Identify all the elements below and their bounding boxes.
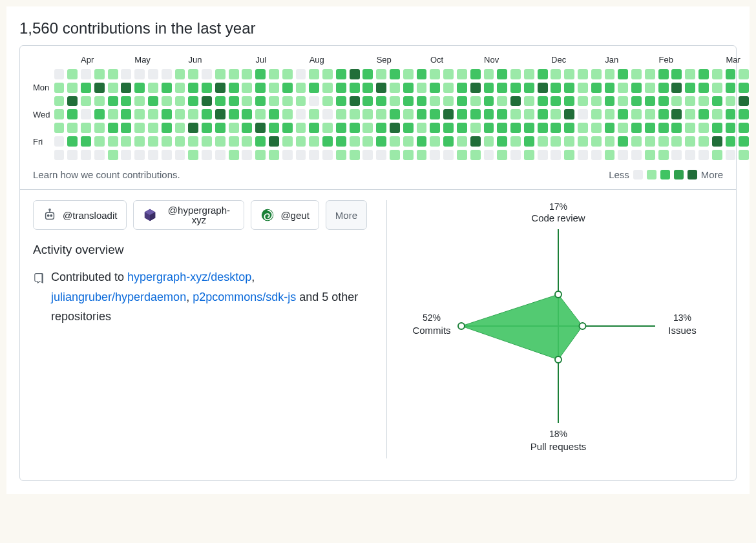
heatmap-cell[interactable] — [162, 109, 172, 119]
heatmap-cell[interactable] — [121, 150, 131, 160]
heatmap-cell[interactable] — [538, 150, 548, 160]
heatmap-cell[interactable] — [430, 136, 440, 147]
heatmap-cell[interactable] — [309, 96, 319, 107]
heatmap-cell[interactable] — [645, 136, 655, 147]
heatmap-cell[interactable] — [605, 150, 615, 160]
heatmap-cell[interactable] — [162, 83, 172, 93]
heatmap-cell[interactable] — [81, 136, 91, 147]
heatmap-cell[interactable] — [67, 136, 78, 147]
heatmap-cell[interactable] — [564, 109, 574, 119]
heatmap-cell[interactable] — [645, 150, 655, 160]
heatmap-cell[interactable] — [202, 96, 212, 107]
heatmap-cell[interactable] — [336, 96, 346, 107]
heatmap-cell[interactable] — [698, 69, 709, 79]
heatmap-cell[interactable] — [685, 83, 695, 93]
heatmap-cell[interactable] — [564, 123, 574, 133]
heatmap-cell[interactable] — [443, 136, 454, 147]
heatmap-cell[interactable] — [148, 150, 158, 160]
heatmap-cell[interactable] — [484, 150, 494, 160]
heatmap-cell[interactable] — [698, 109, 709, 119]
heatmap-cell[interactable] — [188, 69, 198, 79]
heatmap-cell[interactable] — [188, 136, 198, 147]
heatmap-cell[interactable] — [282, 136, 293, 147]
heatmap-cell[interactable] — [376, 136, 386, 147]
heatmap-cell[interactable] — [390, 150, 400, 160]
heatmap-cell[interactable] — [242, 69, 252, 79]
heatmap-cell[interactable] — [605, 83, 615, 93]
heatmap-cell[interactable] — [739, 136, 749, 147]
heatmap-cell[interactable] — [551, 123, 561, 133]
heatmap-cell[interactable] — [631, 83, 642, 93]
heatmap-cell[interactable] — [296, 109, 306, 119]
heatmap-cell[interactable] — [376, 123, 386, 133]
heatmap-cell[interactable] — [242, 150, 252, 160]
heatmap-cell[interactable] — [417, 136, 427, 147]
heatmap-cell[interactable] — [322, 136, 333, 147]
heatmap-cell[interactable] — [538, 83, 548, 93]
heatmap-cell[interactable] — [376, 109, 386, 119]
heatmap-cell[interactable] — [362, 109, 373, 119]
heatmap-cell[interactable] — [538, 96, 548, 107]
heatmap-cell[interactable] — [671, 96, 682, 107]
heatmap-cell[interactable] — [417, 109, 427, 119]
heatmap-cell[interactable] — [470, 150, 481, 160]
heatmap-cell[interactable] — [631, 96, 642, 107]
heatmap-cell[interactable] — [739, 83, 749, 93]
heatmap-cell[interactable] — [470, 136, 481, 147]
heatmap-cell[interactable] — [457, 123, 467, 133]
heatmap-cell[interactable] — [81, 109, 91, 119]
heatmap-cell[interactable] — [658, 96, 669, 107]
heatmap-cell[interactable] — [712, 96, 722, 107]
heatmap-cell[interactable] — [497, 150, 507, 160]
heatmap-cell[interactable] — [726, 136, 736, 147]
heatmap-cell[interactable] — [658, 123, 669, 133]
heatmap-cell[interactable] — [296, 96, 306, 107]
org-transloadit[interactable]: @transloadit — [33, 200, 127, 230]
heatmap-cell[interactable] — [524, 96, 534, 107]
heatmap-cell[interactable] — [631, 69, 642, 79]
heatmap-cell[interactable] — [484, 136, 494, 147]
heatmap-cell[interactable] — [726, 83, 736, 93]
repo-link-1[interactable]: juliangruber/hyperdaemon — [51, 291, 186, 303]
heatmap-cell[interactable] — [417, 123, 427, 133]
heatmap-cell[interactable] — [282, 83, 293, 93]
heatmap-cell[interactable] — [712, 69, 722, 79]
heatmap-cell[interactable] — [362, 123, 373, 133]
heatmap-cell[interactable] — [376, 69, 386, 79]
heatmap-cell[interactable] — [484, 123, 494, 133]
heatmap-cell[interactable] — [510, 123, 521, 133]
heatmap-cell[interactable] — [255, 136, 266, 147]
heatmap-cell[interactable] — [417, 150, 427, 160]
heatmap-cell[interactable] — [350, 109, 360, 119]
heatmap-cell[interactable] — [618, 136, 628, 147]
heatmap-cell[interactable] — [671, 150, 682, 160]
heatmap-cell[interactable] — [121, 83, 131, 93]
heatmap-cell[interactable] — [148, 123, 158, 133]
heatmap-cell[interactable] — [175, 136, 185, 147]
heatmap-cell[interactable] — [162, 150, 172, 160]
heatmap-cell[interactable] — [269, 136, 279, 147]
heatmap-cell[interactable] — [175, 96, 185, 107]
heatmap-cell[interactable] — [524, 123, 534, 133]
heatmap-cell[interactable] — [108, 96, 118, 107]
heatmap-cell[interactable] — [591, 123, 602, 133]
heatmap-cell[interactable] — [658, 136, 669, 147]
heatmap-cell[interactable] — [591, 136, 602, 147]
heatmap-cell[interactable] — [510, 150, 521, 160]
heatmap-cell[interactable] — [578, 83, 588, 93]
heatmap-cell[interactable] — [739, 109, 749, 119]
heatmap-cell[interactable] — [255, 69, 266, 79]
learn-contributions-link[interactable]: Learn how we count contributions. — [33, 169, 180, 180]
heatmap-cell[interactable] — [497, 96, 507, 107]
heatmap-cell[interactable] — [108, 150, 118, 160]
heatmap-cell[interactable] — [269, 123, 279, 133]
heatmap-cell[interactable] — [510, 96, 521, 107]
heatmap-cell[interactable] — [390, 109, 400, 119]
heatmap-cell[interactable] — [362, 96, 373, 107]
heatmap-cell[interactable] — [510, 83, 521, 93]
heatmap-cell[interactable] — [685, 150, 695, 160]
heatmap-cell[interactable] — [671, 136, 682, 147]
heatmap-cell[interactable] — [712, 83, 722, 93]
heatmap-cell[interactable] — [618, 83, 628, 93]
heatmap-cell[interactable] — [269, 150, 279, 160]
